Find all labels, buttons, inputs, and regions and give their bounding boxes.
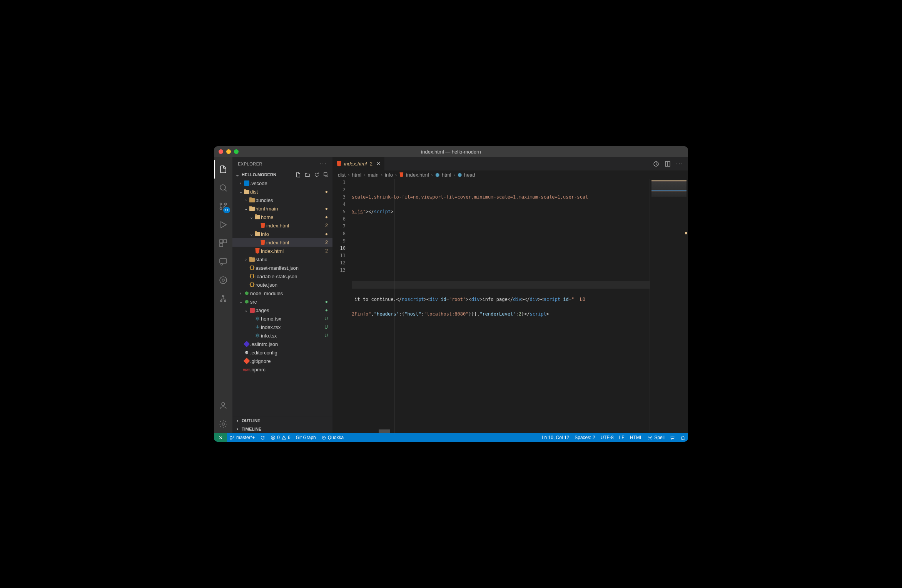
svg-rect-16 <box>324 173 327 176</box>
react-file-icon: ⚛ <box>255 324 260 330</box>
breadcrumb-html[interactable]: html <box>352 172 362 178</box>
breadcrumb-head[interactable]: head <box>464 172 475 178</box>
gitlens-activity[interactable] <box>214 271 232 289</box>
tree-folder-html-main[interactable]: ⌄html / main● <box>232 204 332 213</box>
horizontal-scrollbar[interactable] <box>352 429 650 433</box>
misc-activity[interactable] <box>214 289 232 308</box>
svg-point-19 <box>231 436 231 437</box>
tree-file-editorconfig[interactable]: ⚙.editorconfig <box>232 348 332 357</box>
timeline-section[interactable]: ›TIMELINE <box>232 425 332 433</box>
indent-status[interactable]: Spaces: 2 <box>572 433 598 442</box>
quokka-status[interactable]: Quokka <box>319 433 346 442</box>
svg-point-25 <box>650 437 651 438</box>
breadcrumb-html-el[interactable]: html <box>442 172 451 178</box>
tree-folder-home[interactable]: ⌄home● <box>232 213 332 221</box>
outline-section[interactable]: ›OUTLINE <box>232 416 332 425</box>
feedback-status[interactable] <box>667 433 678 442</box>
remote-indicator[interactable] <box>214 433 227 442</box>
tab-badge: 2 <box>370 161 372 167</box>
tab-more-button[interactable]: ··· <box>676 160 683 167</box>
breadcrumb-info[interactable]: info <box>385 172 393 178</box>
tree-file-index-tsx[interactable]: ⚛index.tsxU <box>232 323 332 331</box>
svg-point-0 <box>220 185 226 190</box>
notifications-status[interactable] <box>678 433 688 442</box>
tab-close-button[interactable]: ✕ <box>376 161 381 167</box>
git-file-icon <box>244 358 250 364</box>
tree-file-eslintrc[interactable]: .eslintrc.json <box>232 340 332 348</box>
svg-point-10 <box>222 279 224 281</box>
tree-file-home-tsx[interactable]: ⚛home.tsxU <box>232 314 332 323</box>
tree-folder-dist[interactable]: ⌄dist● <box>232 187 332 196</box>
tree-file-main-index[interactable]: index.html2 <box>232 247 332 255</box>
tree-file-home-index[interactable]: index.html2 <box>232 221 332 230</box>
extensions-activity[interactable] <box>214 234 232 252</box>
tree-file-loadable-stats[interactable]: {}loadable-stats.json <box>232 272 332 281</box>
breadcrumb-main[interactable]: main <box>367 172 378 178</box>
collapse-all-icon[interactable] <box>323 172 329 177</box>
breadcrumb-file[interactable]: index.html <box>406 172 429 178</box>
tree-file-npmrc[interactable]: npm.npmrc <box>232 365 332 374</box>
explorer-actions <box>296 172 332 177</box>
tree-folder-info[interactable]: ⌄info● <box>232 230 332 238</box>
svg-point-21 <box>233 436 234 437</box>
cursor-position[interactable]: Ln 10, Col 12 <box>539 433 572 442</box>
minimap-viewport[interactable] <box>651 180 687 197</box>
accounts-activity[interactable] <box>214 396 232 415</box>
branch-status[interactable]: master*+ <box>227 433 257 442</box>
encoding-status[interactable]: UTF-8 <box>598 433 616 442</box>
sync-status[interactable] <box>257 433 268 442</box>
sidebar-more-button[interactable]: ··· <box>320 160 327 167</box>
problems-status[interactable]: 0 6 <box>268 433 293 442</box>
scm-badge: 11 <box>223 207 230 213</box>
breadcrumb[interactable]: dist› html› main› info› index.html› ⬢ ht… <box>332 170 688 179</box>
tree-file-gitignore[interactable]: .gitignore <box>232 357 332 365</box>
refresh-icon[interactable] <box>314 172 319 177</box>
split-editor-icon[interactable] <box>665 161 671 167</box>
tree-folder-src[interactable]: ⌄⬢src● <box>232 297 332 306</box>
tab-actions: ··· <box>653 157 688 170</box>
spell-status[interactable]: Spell <box>645 433 667 442</box>
files-icon <box>219 165 228 174</box>
remote-explorer-icon <box>219 257 228 266</box>
tree-folder-bundles[interactable]: ›bundles <box>232 196 332 204</box>
close-window-button[interactable] <box>219 149 223 154</box>
new-file-icon[interactable] <box>296 172 301 177</box>
breadcrumb-dist[interactable]: dist <box>338 172 346 178</box>
minimap[interactable] <box>650 179 688 433</box>
tree-folder-node-modules[interactable]: ›⬢node_modules <box>232 289 332 297</box>
editor-area: index.html 2 ✕ ··· dist› html› main› inf… <box>332 157 688 433</box>
code-content[interactable]: scale=1,shrink-to-fit=no,viewport-fit=co… <box>352 179 650 433</box>
tree-file-route-json[interactable]: {}route.json <box>232 281 332 289</box>
tree-file-info-tsx[interactable]: ⚛info.tsxU <box>232 331 332 340</box>
tab-index-html[interactable]: index.html 2 ✕ <box>332 157 385 170</box>
maximize-window-button[interactable] <box>234 149 239 154</box>
search-activity[interactable] <box>214 179 232 197</box>
new-folder-icon[interactable] <box>305 172 310 177</box>
minimize-window-button[interactable] <box>226 149 231 154</box>
project-section-header[interactable]: ⌄ HELLO-MODERN <box>232 170 332 179</box>
html-file-icon <box>260 240 266 245</box>
run-debug-activity[interactable] <box>214 215 232 234</box>
source-control-activity[interactable]: 11 <box>214 197 232 215</box>
svg-rect-6 <box>220 244 223 247</box>
tree-folder-static[interactable]: ›static <box>232 255 332 264</box>
explorer-activity[interactable] <box>214 160 232 179</box>
tree-file-asset-manifest[interactable]: {}asset-manifest.json <box>232 264 332 272</box>
timeline-icon[interactable] <box>653 161 659 167</box>
gitlens-icon <box>219 276 228 285</box>
sidebar-title: EXPLORER <box>238 162 262 166</box>
scrollbar-thumb[interactable] <box>379 429 390 433</box>
git-graph-status[interactable]: Git Graph <box>293 433 319 442</box>
remote-activity[interactable] <box>214 252 232 271</box>
eol-status[interactable]: LF <box>616 433 627 442</box>
tree-folder-vscode[interactable]: ›.vscode <box>232 179 332 187</box>
search-icon <box>219 183 228 192</box>
language-status[interactable]: HTML <box>627 433 645 442</box>
settings-activity[interactable] <box>214 415 232 433</box>
tree-file-info-index[interactable]: index.html2 <box>232 238 332 247</box>
tree-folder-pages[interactable]: ⌄pages● <box>232 306 332 314</box>
react-file-icon: ⚛ <box>255 332 260 339</box>
html-file-icon <box>260 223 266 228</box>
svg-point-9 <box>220 277 227 284</box>
file-tree: ›.vscode ⌄dist● ›bundles ⌄html / main● ⌄… <box>232 179 332 416</box>
